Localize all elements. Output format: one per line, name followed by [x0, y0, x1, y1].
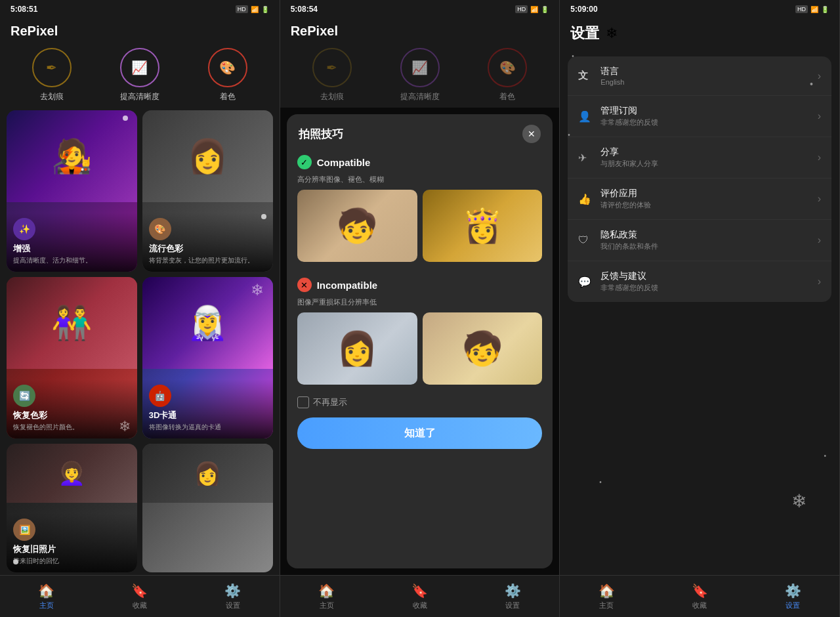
- settings-row-rate[interactable]: 👍 评价应用 请评价您的体验 ›: [568, 179, 831, 220]
- nav-settings-label-3: 设置: [786, 601, 800, 610]
- settings-row-language[interactable]: 文 语言 English ›: [568, 56, 831, 96]
- nav-collect-3[interactable]: 🔖 收藏: [653, 576, 746, 617]
- nav-home-label-2: 主页: [320, 601, 334, 610]
- incompatible-title: Incompatible: [317, 280, 378, 291]
- hd-badge-2: HD: [515, 5, 528, 13]
- app-title-1: RePixel: [0, 18, 280, 45]
- card-enhance[interactable]: 🧑‍🎤 ✨ 增强 提高清晰度、活力和细节。: [7, 110, 137, 272]
- privacy-sub: 我们的条款和条件: [600, 242, 817, 251]
- status-time-1: 5:08:51: [10, 5, 37, 14]
- nav-collect-2[interactable]: 🔖 收藏: [373, 576, 467, 617]
- incompatible-photos: 👩 🧒: [297, 312, 543, 385]
- rate-text: 评价应用 请评价您的体验: [600, 188, 817, 210]
- card-3d-cartoon[interactable]: 🧝‍♀️ 🤖 3D卡通 将图像转换为逼真的卡通 ❄: [142, 277, 273, 438]
- card-cartoon-desc: 将图像转换为逼真的卡通: [149, 423, 266, 432]
- signal-icon-3: 📶: [810, 6, 818, 13]
- bottom-nav-1: 🏠 主页 🔖 收藏 ⚙️ 设置: [0, 575, 280, 617]
- nav-home-1[interactable]: 🏠 主页: [0, 576, 93, 617]
- compat-photo-1: 🧒: [297, 190, 417, 262]
- language-arrow: ›: [818, 70, 821, 82]
- card-restore-icon: 🔄: [13, 385, 35, 407]
- tab-color-icon-2: 🎨: [488, 48, 527, 87]
- battery-icon-3: 🔋: [821, 6, 829, 13]
- no-show-label: 不再显示: [313, 396, 347, 408]
- modal-close-button[interactable]: ✕: [522, 125, 541, 143]
- card-restore-overlay: 🔄 恢复色彩 恢复褪色的照片颜色。: [7, 379, 137, 438]
- modal-footer: 不再显示: [287, 390, 553, 415]
- tab-scratch-2[interactable]: ✒ 去划痕: [312, 48, 352, 102]
- status-time-2: 5:08:54: [291, 5, 318, 14]
- settings-row-subscription[interactable]: 👤 管理订阅 非常感谢您的反馈 ›: [568, 96, 831, 137]
- no-show-again[interactable]: 不再显示: [297, 396, 347, 408]
- status-icons-2: HD 📶 🔋: [515, 5, 549, 13]
- feedback-sub: 非常感谢您的反馈: [600, 283, 817, 293]
- card-enhance-desc: 提高清晰度、活力和细节。: [13, 256, 131, 265]
- nav-settings-icon-3: ⚙️: [785, 583, 801, 599]
- panel-main: 5:08:51 HD 📶 🔋 RePixel ✒ 去划痕 📈 提高清晰度 🎨 着…: [0, 0, 280, 617]
- compatible-photos: 🧒 👸: [297, 190, 543, 262]
- checkbox[interactable]: [297, 396, 309, 408]
- settings-row-share[interactable]: ✈ 分享 与朋友和家人分享 ›: [568, 137, 831, 179]
- nav-settings-1[interactable]: ⚙️ 设置: [186, 576, 280, 617]
- share-title: 分享: [600, 146, 817, 158]
- feature-tabs-1: ✒ 去划痕 📈 提高清晰度 🎨 着色: [0, 45, 280, 108]
- card-popular-color[interactable]: 👩 🎨 流行色彩 将背景变灰，让您的照片更加流行。: [142, 110, 273, 272]
- card-restore-title: 恢复色彩: [13, 410, 131, 421]
- panel-settings: 5:09:00 HD 📶 🔋 设置 ❄ • • • 文 语言 English ›: [560, 0, 840, 617]
- subscription-arrow: ›: [818, 110, 821, 122]
- feature-grid: 🧑‍🎤 ✨ 增强 提高清晰度、活力和细节。 👩 🎨 流行色彩 将背景变灰，让您的…: [0, 108, 280, 575]
- nav-home-icon-2: 🏠: [318, 583, 335, 599]
- tab-scratch[interactable]: ✒ 去划痕: [32, 48, 72, 102]
- rate-sub: 请评价您的体验: [600, 200, 817, 210]
- rate-title: 评价应用: [600, 188, 817, 200]
- tab-color[interactable]: 🎨 着色: [208, 48, 247, 102]
- settings-header: 设置 ❄: [560, 18, 839, 51]
- tab-clarity-2[interactable]: 📈 提高清晰度: [400, 48, 440, 102]
- card-placeholder[interactable]: 👩: [142, 444, 273, 572]
- nav-settings-label-1: 设置: [226, 601, 240, 610]
- nav-collect-1[interactable]: 🔖 收藏: [93, 576, 186, 617]
- nav-settings-icon-2: ⚙️: [505, 583, 521, 599]
- card-popular-desc: 将背景变灰，让您的照片更加流行。: [149, 256, 266, 265]
- tab-clarity[interactable]: 📈 提高清晰度: [120, 48, 159, 102]
- modal-card: 拍照技巧 ✕ ✓ Compatible 高分辨率图像、褪色、模糊 🧒: [287, 114, 553, 568]
- subscription-icon: 👤: [578, 110, 597, 123]
- nav-home-2[interactable]: 🏠 主页: [280, 576, 373, 617]
- language-text: 语言 English: [600, 66, 817, 86]
- status-bar-2: 5:08:54 HD 📶 🔋: [280, 0, 560, 18]
- card-cartoon-overlay: 🤖 3D卡通 将图像转换为逼真的卡通: [142, 379, 273, 438]
- battery-icon: 🔋: [261, 6, 269, 13]
- compatible-icon: ✓: [297, 155, 312, 169]
- dot-deco-1: [123, 116, 128, 121]
- nav-home-icon-3: 🏠: [598, 583, 615, 599]
- compat-photo-2: 👸: [423, 190, 543, 262]
- app-title-2: RePixel: [280, 18, 560, 45]
- nav-home-icon-1: 🏠: [38, 583, 54, 599]
- nav-settings-2[interactable]: ⚙️ 设置: [466, 576, 559, 617]
- subscription-text: 管理订阅 非常感谢您的反馈: [600, 105, 817, 127]
- settings-row-feedback[interactable]: 💬 反馈与建议 非常感谢您的反馈 ›: [568, 261, 831, 302]
- bottom-nav-3: 🏠 主页 🔖 收藏 ⚙️ 设置: [560, 575, 839, 617]
- nav-home-3[interactable]: 🏠 主页: [560, 576, 653, 617]
- nav-collect-icon-2: 🔖: [411, 583, 428, 599]
- language-icon: 文: [578, 70, 597, 82]
- tab-color-2[interactable]: 🎨 着色: [488, 48, 527, 102]
- confirm-button[interactable]: 知道了: [297, 417, 543, 449]
- feedback-title: 反馈与建议: [600, 270, 817, 282]
- subscription-title: 管理订阅: [600, 105, 817, 117]
- privacy-arrow: ›: [818, 234, 821, 246]
- nav-home-label-1: 主页: [39, 601, 54, 610]
- status-bar-3: 5:09:00 HD 📶 🔋: [560, 0, 839, 18]
- card-restore-old[interactable]: 👩‍🦱 🖼️ 恢复旧照片 带来旧时的回忆: [7, 444, 137, 572]
- card-restore-color[interactable]: 👫 🔄 恢复色彩 恢复褪色的照片颜色。 ❄: [7, 277, 137, 438]
- dot-bottom-left: [13, 559, 18, 564]
- nav-collect-label-2: 收藏: [413, 601, 427, 610]
- status-icons-1: HD 📶 🔋: [236, 5, 269, 13]
- battery-icon-2: 🔋: [541, 6, 549, 13]
- settings-row-privacy[interactable]: 🛡 隐私政策 我们的条款和条件 ›: [568, 220, 831, 261]
- nav-settings-3[interactable]: ⚙️ 设置: [746, 576, 839, 617]
- privacy-title: 隐私政策: [600, 229, 817, 241]
- card-old-title: 恢复旧照片: [13, 543, 131, 555]
- nav-collect-icon-1: 🔖: [131, 583, 148, 599]
- incompat-photo-1: 👩: [297, 312, 417, 385]
